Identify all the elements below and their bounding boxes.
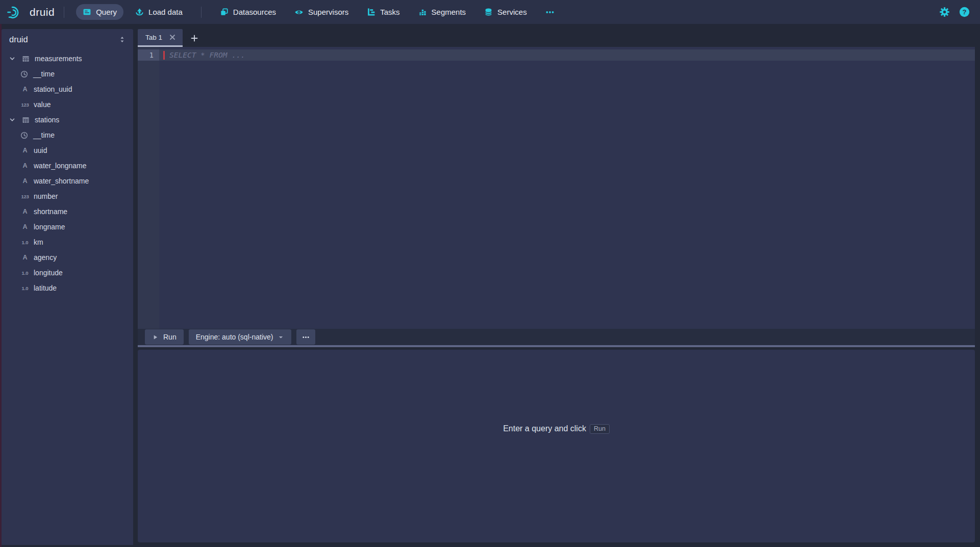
sidebar-header: druid — [2, 29, 133, 50]
results-panel: Enter a query and clickRun — [138, 350, 975, 542]
query-editor[interactable]: 1 SELECT * FROM ... — [138, 47, 975, 329]
close-icon — [169, 34, 175, 40]
gantt-icon — [367, 8, 375, 16]
chevron-down-icon[interactable] — [9, 55, 17, 62]
tree-item[interactable]: __time — [2, 127, 133, 143]
editor-content: SELECT * FROM ... — [163, 51, 245, 60]
nav-divider — [64, 7, 64, 18]
nav-item-label: Datasources — [233, 8, 276, 16]
eye-icon — [294, 8, 304, 17]
tree-item[interactable]: __time — [2, 66, 133, 82]
tree-item[interactable]: A agency — [2, 250, 133, 265]
run-button[interactable]: Run — [145, 329, 184, 345]
tree-group-stations[interactable]: stations — [2, 112, 133, 127]
clock-icon — [20, 70, 29, 78]
string-type-icon: A — [20, 86, 30, 93]
editor-line-1: 1 SELECT * FROM ... — [138, 49, 975, 61]
tree-item[interactable]: 123 value — [2, 97, 133, 112]
navbar-right: ? — [939, 7, 973, 17]
tree-item[interactable]: A water_longname — [2, 158, 133, 173]
tree-item[interactable]: A uuid — [2, 143, 133, 158]
tab-label: Tab 1 — [145, 34, 162, 41]
engine-select-button[interactable]: Engine: auto (sql-native) — [189, 329, 292, 345]
gear-icon — [939, 7, 950, 17]
nav-item-tasks[interactable]: Tasks — [360, 4, 406, 20]
query-more-button[interactable] — [296, 329, 315, 345]
svg-text:?: ? — [962, 8, 966, 16]
string-type-icon: A — [20, 223, 30, 230]
play-icon — [152, 334, 159, 341]
query-tabbar: Tab 1 — [138, 29, 975, 47]
help-button[interactable]: ? — [959, 7, 970, 17]
empty-message-text: Enter a query and click — [503, 424, 586, 433]
add-tab-button[interactable] — [186, 29, 203, 47]
float-type-icon: 1.0 — [20, 285, 30, 291]
string-type-icon: A — [20, 254, 30, 261]
nav-item-load-data[interactable]: Load data — [129, 4, 189, 20]
sort-button[interactable] — [117, 35, 127, 44]
nav-item-datasources[interactable]: Datasources — [213, 4, 283, 20]
druid-logo-icon — [7, 6, 24, 19]
druid-logo[interactable]: druid — [7, 6, 55, 19]
nav-item-query[interactable]: Query — [76, 4, 123, 20]
string-type-icon: A — [20, 162, 30, 169]
upload-icon — [135, 8, 144, 16]
string-type-icon: A — [20, 177, 30, 185]
nav-item-label: Tasks — [380, 8, 399, 16]
tree-item[interactable]: A station_uuid — [2, 82, 133, 97]
table-icon — [21, 116, 30, 124]
string-type-icon: A — [20, 208, 30, 215]
nav-item-segments[interactable]: Segments — [412, 4, 473, 20]
tree-item[interactable]: A shortname — [2, 204, 133, 219]
schema-sidebar: druid measurements __time A station_uui — [2, 29, 133, 545]
nav-item-label: Supervisors — [308, 8, 348, 16]
settings-button[interactable] — [939, 7, 950, 17]
nav-item-label: Load data — [148, 8, 183, 16]
nav-item-label: Segments — [432, 8, 466, 16]
editor-placeholder: SELECT * FROM ... — [169, 51, 245, 59]
help-icon: ? — [959, 7, 970, 17]
stacked-chart-icon — [418, 8, 427, 16]
nav-item-services[interactable]: Services — [478, 4, 534, 20]
tab-1[interactable]: Tab 1 — [138, 29, 183, 47]
panel-splitter[interactable] — [138, 345, 975, 347]
table-icon — [21, 55, 30, 63]
nav-more-button[interactable] — [539, 4, 561, 20]
engine-label: Engine: auto (sql-native) — [196, 333, 273, 341]
tree-item[interactable]: 1.0 km — [2, 235, 133, 250]
schema-tree: measurements __time A station_uuid 123 v… — [2, 50, 133, 296]
run-button-label: Run — [163, 333, 177, 341]
database-icon — [484, 8, 493, 16]
chevron-down-icon[interactable] — [9, 116, 17, 123]
tree-item[interactable]: A water_shortname — [2, 173, 133, 189]
empty-results-message: Enter a query and clickRun — [138, 424, 975, 434]
tree-item[interactable]: A longname — [2, 219, 133, 235]
clock-icon — [20, 132, 29, 139]
more-icon — [545, 8, 555, 17]
top-navbar: druid Query Load data Datasources Super — [0, 0, 980, 24]
number-type-icon: 123 — [20, 194, 30, 199]
text-cursor — [163, 51, 165, 60]
float-type-icon: 1.0 — [20, 270, 30, 276]
plus-icon — [191, 35, 198, 42]
float-type-icon: 1.0 — [20, 240, 30, 245]
tree-item[interactable]: 123 number — [2, 189, 133, 204]
nav-item-label: Query — [96, 8, 117, 16]
nav-item-supervisors[interactable]: Supervisors — [288, 4, 355, 20]
tab-close-button[interactable] — [168, 33, 177, 41]
nav-divider — [201, 7, 202, 18]
line-number: 1 — [138, 49, 159, 61]
run-keycap: Run — [590, 424, 610, 434]
caret-down-icon — [278, 334, 284, 341]
tree-item[interactable]: 1.0 longitude — [2, 265, 133, 280]
schema-title: druid — [9, 35, 117, 44]
more-icon — [302, 333, 310, 341]
string-type-icon: A — [20, 147, 30, 154]
console-icon — [83, 8, 91, 16]
tree-group-measurements[interactable]: measurements — [2, 51, 133, 66]
datasources-icon — [220, 8, 229, 16]
double-caret-vertical-icon — [118, 36, 126, 43]
editor-gutter — [138, 47, 159, 329]
brand-name: druid — [30, 6, 55, 18]
tree-item[interactable]: 1.0 latitude — [2, 280, 133, 296]
